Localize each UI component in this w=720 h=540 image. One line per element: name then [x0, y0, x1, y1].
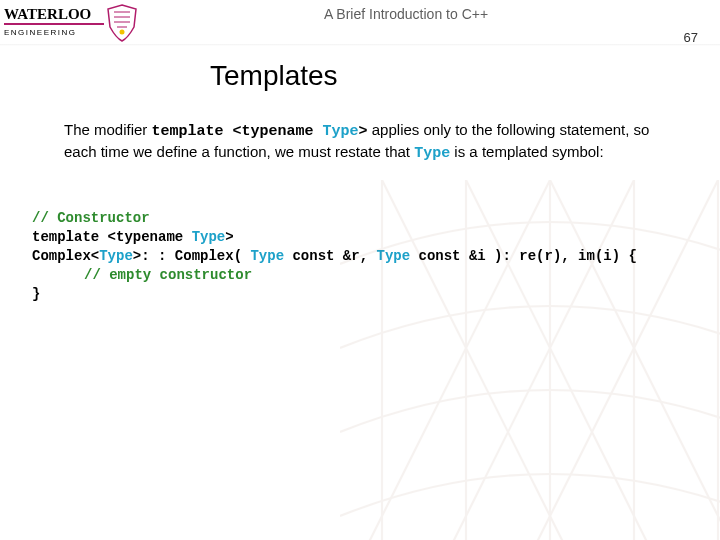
- para-type-token: Type: [323, 123, 359, 140]
- code-type-token: Type: [376, 248, 410, 264]
- para-type-token: Type: [414, 145, 450, 162]
- code-block: // Constructor template <typename Type> …: [32, 191, 720, 304]
- code-text: >: : Complex(: [133, 248, 251, 264]
- header-bar: WATERLOO ENGINEERING A Brief Introductio…: [0, 0, 720, 46]
- header-rule: [0, 44, 720, 46]
- para-code: template <typename: [152, 123, 323, 140]
- code-type-token: Type: [99, 248, 133, 264]
- para-text: The modifier: [64, 121, 152, 138]
- logo-text-institution: WATERLOO: [4, 6, 91, 22]
- page-number: 67: [684, 30, 698, 45]
- code-comment: // empty constructor: [84, 267, 252, 283]
- body-paragraph: The modifier template <typename Type> ap…: [64, 120, 668, 165]
- slide-title: Templates: [210, 60, 720, 92]
- code-comment: // Constructor: [32, 210, 150, 226]
- code-text: const &i ): re(r), im(i) {: [410, 248, 637, 264]
- code-text: const &r,: [284, 248, 376, 264]
- code-type-token: Type: [192, 229, 226, 245]
- para-text: is a templated symbol:: [450, 143, 603, 160]
- waterloo-engineering-logo: WATERLOO ENGINEERING: [4, 2, 184, 46]
- course-title: A Brief Introduction to C++: [184, 4, 708, 22]
- logo-text-department: ENGINEERING: [4, 28, 77, 37]
- para-code: >: [359, 123, 368, 140]
- svg-rect-11: [4, 23, 104, 25]
- code-type-token: Type: [250, 248, 284, 264]
- code-text: template <typename: [32, 229, 192, 245]
- svg-point-12: [120, 30, 125, 35]
- code-text: >: [225, 229, 233, 245]
- code-text: Complex<: [32, 248, 99, 264]
- code-text: }: [32, 286, 40, 302]
